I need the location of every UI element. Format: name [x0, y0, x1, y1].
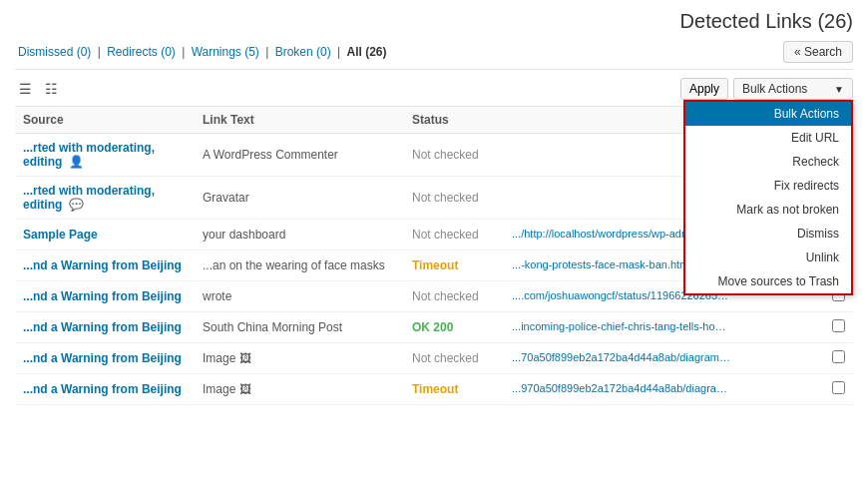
col-header-status: Status [404, 107, 504, 134]
source-cell: ...rted with moderating, editing 💬 [15, 177, 195, 220]
source-link[interactable]: ...nd a Warning from Beijing [23, 351, 182, 365]
filter-all[interactable]: All (26) [347, 45, 387, 59]
source-link[interactable]: Sample Page [23, 228, 98, 242]
source-link[interactable]: ...rted with moderating, editing [23, 141, 155, 169]
bulk-actions-label: Bulk Actions [742, 82, 807, 96]
linktext-cell: your dashboard [195, 220, 404, 251]
url-link[interactable]: ...incoming-police-chief-chris-tang-tell… [512, 320, 731, 332]
menu-item-mark-not-broken[interactable]: Mark as not broken [685, 198, 851, 222]
user-icon: 👤 [69, 155, 84, 169]
table-row: ...nd a Warning from Beijing Image 🖼 Tim… [15, 374, 853, 405]
col-header-linktext: Link Text [195, 107, 404, 134]
linktext-cell: wrote [195, 281, 404, 312]
source-cell: ...nd a Warning from Beijing [15, 343, 195, 374]
menu-item-fix-redirects[interactable]: Fix redirects [685, 174, 851, 198]
bulk-actions-select[interactable]: Bulk Actions ▼ [733, 78, 853, 100]
source-link[interactable]: ...rted with moderating, editing [23, 184, 155, 212]
bulk-actions-menu: Bulk Actions Edit URL Recheck Fix redire… [683, 100, 853, 295]
table-row: ...nd a Warning from Beijing Image 🖼 Not… [15, 343, 853, 374]
status-cell: Not checked [404, 220, 504, 251]
row-checkbox[interactable] [832, 381, 845, 394]
filter-broken[interactable]: Broken (0) [275, 45, 331, 59]
source-cell: Sample Page [15, 220, 195, 251]
linktext-cell: Image 🖼 [195, 343, 404, 374]
menu-item-unlink[interactable]: Unlink [685, 246, 851, 269]
url-cell: ...70a50f899eb2a172ba4d44a8ab/diagram-10… [504, 343, 824, 374]
linktext-cell: ...an on the wearing of face masks [195, 251, 404, 281]
url-link[interactable]: ...970a50f899eb2a172ba4d44a8ab/diagram-6… [512, 382, 731, 394]
linktext-cell: Image 🖼 [195, 374, 404, 405]
url-link[interactable]: ...70a50f899eb2a172ba4d44a8ab/diagram-10… [512, 351, 731, 363]
image-icon: 🖼 [239, 351, 251, 365]
source-cell: ...nd a Warning from Beijing [15, 251, 195, 281]
search-button[interactable]: « Search [783, 41, 853, 63]
toggle-view-list[interactable]: ☰ [15, 79, 36, 99]
source-cell: ...nd a Warning from Beijing [15, 312, 195, 343]
bulk-dropdown: Bulk Actions ▼ Bulk Actions Edit URL Rec… [733, 78, 853, 100]
filter-links: Dismissed (0) | Redirects (0) | Warnings… [15, 45, 390, 59]
source-link[interactable]: ...nd a Warning from Beijing [23, 289, 182, 303]
checkbox-cell[interactable] [824, 343, 853, 374]
status-cell: Not checked [404, 177, 504, 220]
menu-item-recheck[interactable]: Recheck [685, 150, 851, 174]
status-cell: Not checked [404, 343, 504, 374]
url-cell: ...incoming-police-chief-chris-tang-tell… [504, 312, 824, 343]
status-cell: Not checked [404, 281, 504, 312]
source-link[interactable]: ...nd a Warning from Beijing [23, 382, 182, 396]
linktext-cell: South China Morning Post [195, 312, 404, 343]
status-cell: OK 200 [404, 312, 504, 343]
apply-button[interactable]: Apply [680, 78, 728, 100]
filter-dismissed[interactable]: Dismissed (0) [18, 45, 91, 59]
linktext-cell: A WordPress Commenter [195, 134, 404, 177]
menu-item-dismiss[interactable]: Dismiss [685, 222, 851, 246]
row-checkbox[interactable] [832, 350, 845, 363]
checkbox-cell[interactable] [824, 312, 853, 343]
source-cell: ...rted with moderating, editing 👤 [15, 134, 195, 177]
status-cell: Timeout [404, 374, 504, 405]
col-header-source: Source [15, 107, 195, 134]
table-row: ...nd a Warning from Beijing South China… [15, 312, 853, 343]
chevron-down-icon: ▼ [834, 84, 844, 95]
menu-item-move-trash[interactable]: Move sources to Trash [685, 269, 851, 293]
comment-icon: 💬 [69, 198, 84, 212]
menu-item-bulk-actions[interactable]: Bulk Actions [685, 102, 851, 126]
source-cell: ...nd a Warning from Beijing [15, 281, 195, 312]
url-cell: ...970a50f899eb2a172ba4d44a8ab/diagram-6… [504, 374, 824, 405]
page-title: Detected Links (26) [680, 10, 853, 33]
filter-warnings[interactable]: Warnings (5) [192, 45, 259, 59]
source-cell: ...nd a Warning from Beijing [15, 374, 195, 405]
menu-item-edit-url[interactable]: Edit URL [685, 126, 851, 150]
source-link[interactable]: ...nd a Warning from Beijing [23, 258, 182, 272]
status-cell: Timeout [404, 251, 504, 281]
url-link[interactable]: .../http://localhost/wordpress/wp-admin [512, 228, 699, 240]
toggle-view-grid[interactable]: ☷ [41, 79, 62, 99]
checkbox-cell[interactable] [824, 374, 853, 405]
row-checkbox[interactable] [832, 319, 845, 332]
image-icon: 🖼 [239, 382, 251, 396]
source-link[interactable]: ...nd a Warning from Beijing [23, 320, 182, 334]
status-cell: Not checked [404, 134, 504, 177]
linktext-cell: Gravatar [195, 177, 404, 220]
filter-redirects[interactable]: Redirects (0) [107, 45, 176, 59]
